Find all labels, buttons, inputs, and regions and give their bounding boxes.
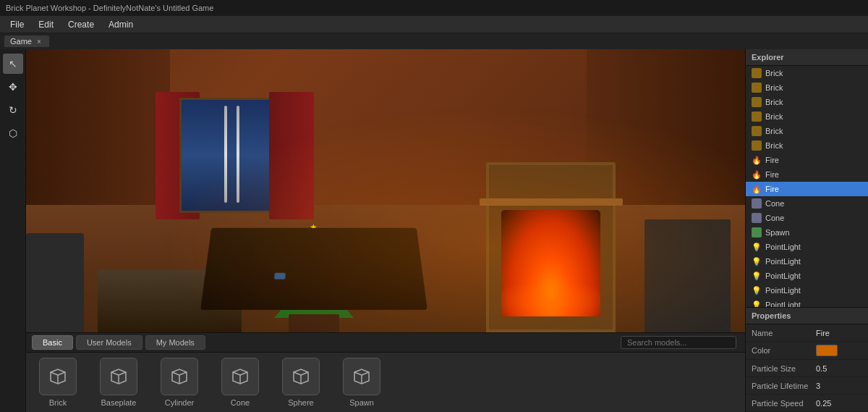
rotate-tool-button[interactable]: ↻ (3, 100, 23, 120)
prop-value-4: 0.25 (816, 399, 862, 408)
app-title: Brick Planet Workshop - DefinitelyNotNat… (6, 4, 213, 12)
explorer-item-icon-7: 🔥 (752, 169, 762, 180)
scale-tool-button[interactable]: ⬡ (3, 123, 23, 143)
explorer-item-1[interactable]: Brick (746, 80, 868, 95)
brick-label: Brick (49, 398, 67, 407)
explorer-item-0[interactable]: Brick (746, 66, 868, 80)
explorer-item-6[interactable]: 🔥Fire (746, 153, 868, 167)
explorer-item-label-2: Brick (765, 98, 783, 106)
main-area: ↖ ✥ ↻ ⬡ (0, 49, 868, 412)
search-input[interactable] (621, 336, 736, 349)
model-cylinder[interactable]: Cylinder (156, 358, 203, 407)
properties-panel: Properties NameFireColorParticle Size0.5… (746, 307, 868, 412)
explorer-item-10[interactable]: Cone (746, 211, 868, 225)
cylinder-label: Cylinder (165, 398, 194, 407)
explorer-item-icon-4 (752, 126, 762, 136)
right-panel: Explorer BrickBrickBrickBrickBrickBrick🔥… (745, 49, 868, 412)
prop-row-3: Particle Lifetime3 (746, 377, 868, 395)
menu-admin[interactable]: Admin (103, 18, 139, 31)
explorer-item-label-1: Brick (765, 83, 783, 92)
tab-game-label: Game (10, 37, 32, 46)
fireplace-surround (486, 162, 616, 332)
explorer-item-label-12: PointLight (765, 243, 801, 251)
menu-create[interactable]: Create (62, 18, 100, 31)
explorer-item-11[interactable]: Spawn (746, 225, 868, 240)
explorer-item-label-9: Cone (765, 199, 784, 208)
spawn-icon (343, 358, 380, 395)
prop-label-1: Color (752, 346, 813, 355)
ski-left (224, 106, 227, 203)
explorer-header: Explorer (746, 49, 868, 66)
explorer-item-16[interactable]: 💡PointLight (746, 298, 868, 307)
explorer-item-icon-9 (752, 198, 762, 209)
couch-left (26, 233, 84, 332)
tab-game[interactable]: Game × (4, 35, 49, 47)
mug (274, 273, 285, 279)
color-swatch-1[interactable] (816, 345, 838, 356)
prop-label-3: Particle Lifetime (752, 382, 813, 390)
explorer-item-icon-11 (752, 227, 762, 237)
model-tab-bar: Basic User Models My Models (26, 333, 745, 353)
fireplace-mantel (480, 198, 623, 206)
explorer-item-9[interactable]: Cone (746, 196, 868, 211)
explorer-item-14[interactable]: 💡PointLight (746, 269, 868, 283)
tab-close-button[interactable]: × (35, 37, 43, 46)
title-bar: Brick Planet Workshop - DefinitelyNotNat… (0, 0, 868, 16)
explorer-item-label-3: Brick (765, 112, 783, 121)
explorer-item-12[interactable]: 💡PointLight (746, 240, 868, 254)
explorer-item-label-13: PointLight (765, 257, 801, 266)
model-search-container (621, 336, 736, 349)
model-baseplate[interactable]: Baseplate (95, 358, 142, 407)
tab-basic[interactable]: Basic (32, 335, 73, 350)
explorer-item-label-6: Fire (765, 156, 779, 164)
model-cone[interactable]: Cone (217, 358, 263, 407)
explorer-item-icon-5 (752, 140, 762, 151)
cone-icon (221, 358, 259, 395)
properties-list: NameFireColorParticle Size0.5Particle Li… (746, 324, 868, 412)
sphere-icon (282, 358, 320, 395)
model-brick[interactable]: Brick (35, 358, 81, 407)
sphere-label: Sphere (288, 398, 313, 407)
explorer-item-icon-8: 🔥 (752, 184, 762, 194)
explorer-item-3[interactable]: Brick (746, 109, 868, 124)
explorer-item-8[interactable]: 🔥Fire (746, 182, 868, 196)
explorer-item-2[interactable]: Brick (746, 95, 868, 109)
menu-edit[interactable]: Edit (33, 18, 59, 31)
explorer-item-icon-0 (752, 68, 762, 78)
move-tool-button[interactable]: ✥ (3, 77, 23, 97)
tab-my-models[interactable]: My Models (145, 335, 205, 350)
prop-value-3: 3 (816, 382, 862, 390)
prop-row-2: Particle Size0.5 (746, 360, 868, 377)
explorer-item-icon-13: 💡 (752, 256, 762, 266)
select-tool-button[interactable]: ↖ (3, 54, 23, 74)
prop-row-0: NameFire (746, 324, 868, 342)
tab-user-models[interactable]: User Models (76, 335, 142, 350)
explorer-item-4[interactable]: Brick (746, 124, 868, 138)
left-toolbar: ↖ ✥ ↻ ⬡ (0, 49, 26, 412)
explorer-item-icon-12: 💡 (752, 242, 762, 252)
explorer-item-7[interactable]: 🔥Fire (746, 167, 868, 182)
menu-file[interactable]: File (4, 18, 30, 31)
explorer-item-13[interactable]: 💡PointLight (746, 254, 868, 269)
properties-header: Properties (746, 308, 868, 324)
viewport[interactable]: ★ (26, 49, 745, 412)
asset-browser: Basic User Models My Models B (26, 332, 745, 412)
explorer-item-icon-15: 💡 (752, 285, 762, 295)
model-items-list: Brick Baseplate (26, 353, 745, 412)
explorer-panel: Explorer BrickBrickBrickBrickBrickBrick🔥… (746, 49, 868, 307)
prop-row-4: Particle Speed0.25 (746, 395, 868, 412)
explorer-item-label-14: PointLight (765, 272, 801, 280)
prop-value-0: Fire (816, 329, 862, 337)
couch-right (644, 219, 731, 332)
explorer-item-label-16: PointLight (765, 300, 801, 307)
tab-bar: Game × (0, 33, 868, 49)
explorer-item-icon-3 (752, 112, 762, 122)
explorer-item-15[interactable]: 💡PointLight (746, 283, 868, 298)
explorer-list: BrickBrickBrickBrickBrickBrick🔥Fire🔥Fire… (746, 66, 868, 307)
model-sphere[interactable]: Sphere (278, 358, 324, 407)
explorer-item-5[interactable]: Brick (746, 138, 868, 153)
explorer-item-label-11: Spawn (765, 228, 790, 237)
model-spawn[interactable]: Spawn (339, 358, 385, 407)
explorer-item-icon-1 (752, 83, 762, 93)
fire-glow (501, 280, 600, 316)
